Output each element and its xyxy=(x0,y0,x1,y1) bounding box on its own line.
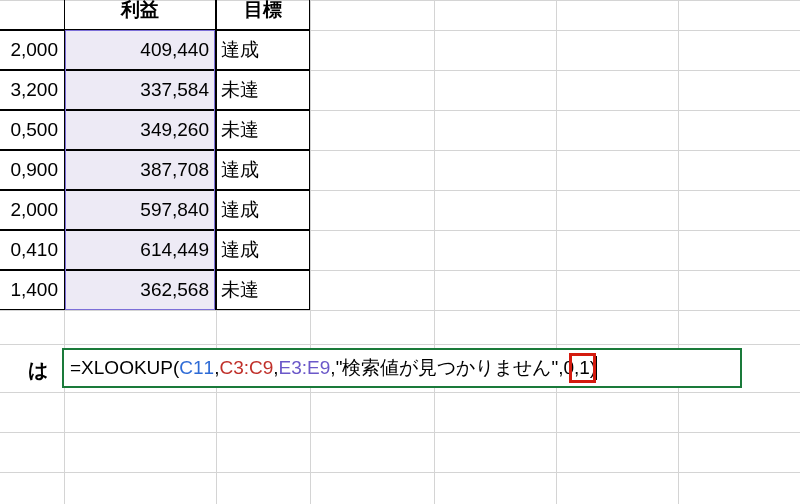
formula-cell[interactable]: = XLOOKUP ( C11 , C3:C9 , E3:E9 , "検索値が見… xyxy=(62,348,742,388)
cell-colA[interactable]: 0,500 xyxy=(0,110,65,150)
cell-colA[interactable]: 2,000 xyxy=(0,190,65,230)
cell-profit[interactable]: 409,440 xyxy=(64,30,216,70)
cell-profit[interactable]: 337,584 xyxy=(64,70,216,110)
cell-profit[interactable]: 349,260 xyxy=(64,110,216,150)
cell-profit[interactable]: 362,568 xyxy=(64,270,216,310)
cell-colA[interactable]: 0,900 xyxy=(0,150,65,190)
cell-target[interactable]: 未達 xyxy=(216,270,310,310)
cell-profit[interactable]: 387,708 xyxy=(64,150,216,190)
cell-target[interactable]: 達成 xyxy=(216,150,310,190)
formula-arg2: C3:C9 xyxy=(219,357,273,379)
formula-eq: = xyxy=(70,357,81,379)
formula-arg5: 0 xyxy=(563,357,574,379)
formula-arg6: 1 xyxy=(579,357,590,379)
cell-colA[interactable]: 2,000 xyxy=(0,30,65,70)
cell-target[interactable]: 達成 xyxy=(216,30,310,70)
cell-colA[interactable]: 3,200 xyxy=(0,70,65,110)
cell-profit[interactable]: 597,840 xyxy=(64,190,216,230)
cell-colA[interactable]: 1,400 xyxy=(0,270,65,310)
cell-target[interactable]: 未達 xyxy=(216,110,310,150)
cell-target[interactable]: 達成 xyxy=(216,230,310,270)
formula-arg1: C11 xyxy=(179,357,214,379)
header-target[interactable]: 目標 xyxy=(216,0,310,30)
header-cut xyxy=(0,0,65,30)
cell-target[interactable]: 未達 xyxy=(216,70,310,110)
formula-arg3: E3:E9 xyxy=(279,357,331,379)
formula-arg4: "検索値が見つかりません" xyxy=(336,355,559,381)
label-fragment: は xyxy=(0,350,48,390)
cell-target[interactable]: 達成 xyxy=(216,190,310,230)
cell-colA[interactable]: 0,410 xyxy=(0,230,65,270)
header-profit[interactable]: 利益 xyxy=(64,0,216,30)
text-cursor xyxy=(596,356,597,380)
cell-profit[interactable]: 614,449 xyxy=(64,230,216,270)
formula-fn: XLOOKUP xyxy=(81,357,173,379)
